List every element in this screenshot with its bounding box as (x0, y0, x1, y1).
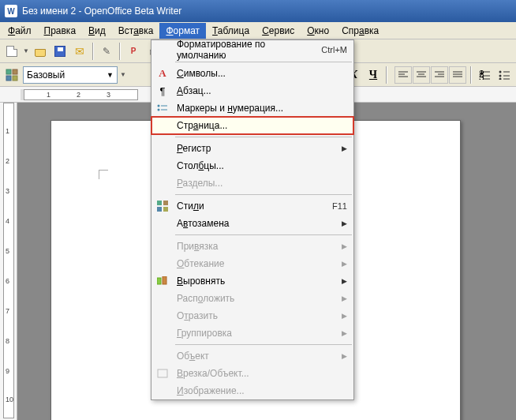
svg-point-28 (499, 77, 502, 80)
bullets-button[interactable] (495, 66, 513, 84)
menu-item-изображение: Изображение... (151, 382, 353, 399)
separator (470, 66, 472, 84)
blank-icon (151, 324, 174, 342)
underline-button[interactable]: Ч (365, 66, 382, 84)
menu-item-врезкаобъект: Врезка/Объект... (151, 365, 353, 382)
menu-вставка[interactable]: Вставка (112, 23, 160, 39)
app-icon: W (5, 5, 17, 17)
format-menu-dropdown: Форматирование по умолчаниюCtrl+MAСимвол… (151, 39, 354, 400)
menu-item-регистр[interactable]: Регистр▶ (151, 140, 353, 157)
svg-rect-36 (157, 207, 162, 212)
menu-item-отразить: Отразить▶ (151, 307, 353, 324)
menu-item-страница[interactable]: Страница... (151, 117, 353, 134)
submenu-arrow-icon: ▶ (342, 144, 347, 152)
menu-правка[interactable]: Правка (38, 23, 83, 39)
numbering-button[interactable]: 123 (476, 66, 493, 84)
svg-rect-4 (6, 76, 11, 81)
blank-icon (151, 117, 174, 134)
menu-item-разделы: Разделы... (151, 174, 353, 192)
menu-item-выровнять[interactable]: Выровнять▶ (151, 272, 353, 290)
menubar: ФайлПравкаВидВставкаФорматТаблицаСервисО… (0, 22, 516, 39)
menu-item-группировка: Группировка▶ (151, 324, 353, 342)
menu-item-label: Автозамена (174, 218, 342, 229)
menu-вид[interactable]: Вид (82, 23, 112, 39)
menu-item-label: Форматирование по умолчанию (174, 39, 313, 61)
blank-icon (151, 255, 174, 272)
menu-item-label: Изображение... (174, 385, 347, 396)
open-button[interactable] (32, 43, 49, 60)
menu-separator (175, 137, 352, 137)
char-icon: A (151, 65, 174, 82)
menu-item-label: Расположить (174, 293, 342, 304)
svg-rect-34 (157, 201, 162, 205)
blank-icon (151, 157, 174, 174)
menu-item-label: Выровнять (174, 276, 342, 287)
menu-item-label: Регистр (174, 143, 342, 154)
align-icon (151, 272, 174, 290)
align-justify-button[interactable] (449, 66, 466, 84)
menu-item-обтекание: Обтекание▶ (151, 255, 353, 272)
menu-окно[interactable]: Окно (301, 23, 335, 39)
menu-item-label: Разделы... (174, 178, 347, 189)
blank-icon (151, 215, 174, 232)
style-value: Базовый (27, 69, 65, 81)
align-right-button[interactable] (431, 66, 448, 84)
align-left-button[interactable] (394, 66, 412, 84)
new-button[interactable] (3, 43, 21, 60)
menu-таблица[interactable]: Таблица (206, 23, 256, 39)
svg-point-30 (158, 105, 160, 107)
save-button[interactable] (51, 43, 69, 60)
align-center-button[interactable] (413, 66, 430, 84)
submenu-arrow-icon: ▶ (342, 277, 347, 285)
menu-item-столбцы[interactable]: Столбцы... (151, 157, 353, 174)
menu-сервис[interactable]: Сервис (256, 23, 301, 39)
menu-item-стили[interactable]: СтилиF11 (151, 197, 353, 215)
blank-icon (151, 174, 174, 192)
menu-справка[interactable]: Справка (335, 23, 385, 39)
menu-формат[interactable]: Формат (159, 23, 206, 39)
menu-файл[interactable]: Файл (2, 23, 38, 39)
blank-icon (151, 347, 174, 365)
edit-button[interactable]: ✎ (98, 43, 115, 60)
menu-separator (175, 62, 352, 62)
menu-item-маркерыинумерация[interactable]: Маркеры и нумерация... (151, 99, 353, 117)
window-title: Без имени 2 - OpenOffice Beta Writer (22, 6, 181, 17)
menu-item-label: Группировка (174, 328, 342, 339)
menu-item-абзац[interactable]: ¶Абзац... (151, 82, 353, 99)
menu-item-привязка: Привязка▶ (151, 238, 353, 255)
blank-icon (151, 238, 174, 255)
separator (386, 66, 387, 84)
menu-item-label: Привязка (174, 241, 342, 252)
para-icon: ¶ (151, 82, 174, 99)
bullets-icon (151, 99, 174, 117)
paragraph-style-select[interactable]: Базовый ▼ (23, 66, 118, 84)
menu-item-label: Абзац... (174, 85, 347, 96)
svg-point-32 (158, 109, 160, 111)
dropdown-arrow-icon: ▼ (107, 71, 114, 79)
menu-item-label: Символы... (174, 68, 347, 79)
vertical-ruler[interactable]: 1 2 3 4 5 6 7 8 9 10 (0, 103, 17, 420)
menu-item-автозамена[interactable]: Автозамена▶ (151, 215, 353, 232)
svg-rect-2 (6, 69, 11, 74)
menu-item-объект: Объект▶ (151, 347, 353, 365)
email-button[interactable]: ✉ (71, 43, 88, 60)
menu-item-расположить: Расположить▶ (151, 290, 353, 307)
menu-item-символы[interactable]: AСимволы... (151, 65, 353, 82)
margin-mark-icon (99, 170, 108, 179)
pdf-export-button[interactable]: P (125, 43, 142, 60)
menu-item-label: Отразить (174, 310, 342, 321)
menu-item-label: Маркеры и нумерация... (174, 103, 347, 114)
dropdown-arrow-icon[interactable]: ▼ (120, 71, 126, 78)
separator (92, 43, 94, 60)
menu-separator (175, 194, 352, 195)
blank-icon (151, 140, 174, 157)
dropdown-arrow-icon[interactable]: ▼ (23, 47, 29, 54)
styles-toggle-button[interactable] (3, 66, 21, 84)
menu-shortcut: F11 (324, 201, 347, 211)
submenu-arrow-icon: ▶ (342, 352, 347, 360)
svg-rect-39 (163, 276, 166, 284)
svg-rect-37 (163, 207, 168, 212)
menu-separator (175, 234, 352, 235)
menu-item-форматированиепоумолчанию[interactable]: Форматирование по умолчаниюCtrl+M (151, 40, 353, 59)
submenu-arrow-icon: ▶ (342, 329, 347, 337)
